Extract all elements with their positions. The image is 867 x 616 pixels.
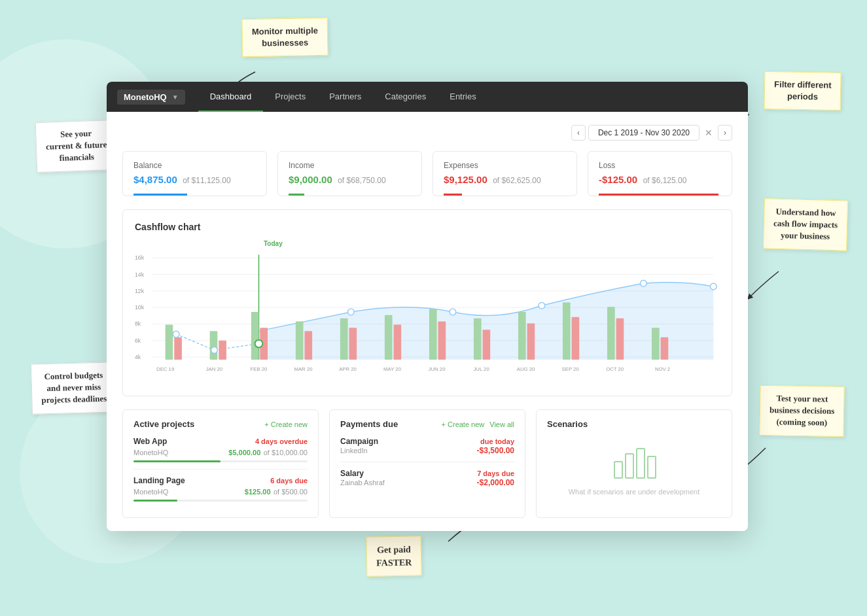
payment-sub-campaign: LinkedIn <box>340 447 368 454</box>
svg-rect-15 <box>166 324 173 359</box>
svg-point-39 <box>173 331 179 337</box>
nav-tab-entries[interactable]: Entries <box>438 82 487 112</box>
project-company-landing: MonetoHQ <box>133 488 168 496</box>
project-item-webapp: Web App 4 days overdue MonetoHQ $5,000.0… <box>133 437 308 470</box>
project-amount-landing: $125.00 <box>245 488 271 496</box>
svg-rect-22 <box>304 331 312 360</box>
scenarios-header: Scenarios <box>547 419 721 429</box>
scenarios-icon-area <box>547 442 721 481</box>
project-status-webapp: 4 days overdue <box>255 437 308 445</box>
svg-text:JAN 20: JAN 20 <box>206 366 223 372</box>
project-name-webapp: Web App <box>133 437 167 446</box>
balance-bar <box>133 194 187 196</box>
loss-sub: of $6,125.00 <box>643 176 687 185</box>
svg-text:12k: 12k <box>135 288 145 294</box>
scenarios-card: Scenarios What if scenarios are under de… <box>536 409 732 518</box>
svg-rect-18 <box>219 341 226 360</box>
svg-text:SEP 20: SEP 20 <box>562 366 580 372</box>
svg-point-43 <box>450 309 456 315</box>
project-company-webapp: MonetoHQ <box>133 449 168 456</box>
stat-card-balance: Balance $4,875.00 of $11,125.00 <box>122 151 267 196</box>
svg-point-44 <box>539 302 545 309</box>
date-clear-btn[interactable]: ✕ <box>702 128 715 138</box>
project-progress-bg-landing <box>133 500 308 502</box>
nav-tab-partners[interactable]: Partners <box>317 82 373 112</box>
svg-rect-30 <box>483 330 491 360</box>
svg-text:DEC 19: DEC 19 <box>156 366 174 372</box>
active-projects-title: Active projects <box>133 419 194 429</box>
loss-title: Loss <box>599 161 721 170</box>
expenses-sub: of $62,625.00 <box>493 176 540 185</box>
svg-rect-35 <box>607 307 615 360</box>
svg-text:JUL 20: JUL 20 <box>473 366 489 372</box>
svg-text:6k: 6k <box>135 337 141 344</box>
expenses-title: Expenses <box>444 161 566 170</box>
income-title: Income <box>289 161 411 170</box>
annotation-test-decisions: Test your next business decisions (comin… <box>759 385 845 437</box>
chart-container: Today 16k 14k 12k 10k 8k 6k 4k <box>135 240 720 384</box>
nav-tab-dashboard[interactable]: Dashboard <box>198 82 264 112</box>
svg-rect-16 <box>174 337 182 360</box>
create-project-btn[interactable]: + Create new <box>264 420 308 428</box>
svg-point-42 <box>348 309 355 315</box>
svg-rect-17 <box>210 331 218 360</box>
chart-section: Cashflow chart Today 16k 14k 12k 10k 8k … <box>122 209 732 396</box>
view-all-payments-btn[interactable]: View all <box>489 420 514 428</box>
payment-status-salary: 7 days due <box>477 470 514 477</box>
arrow-cashflow <box>743 268 782 301</box>
payment-item-campaign: Campaign due today LinkedIn -$3,500.00 <box>340 437 514 462</box>
project-amount-webapp: $5,000.00 <box>228 449 260 456</box>
svg-text:MAY 20: MAY 20 <box>383 366 402 372</box>
balance-main: $4,875.00 <box>133 174 177 185</box>
payment-item-salary: Salary 7 days due Zainab Ashraf -$2,000.… <box>340 469 514 494</box>
svg-text:JUN 20: JUN 20 <box>429 366 446 372</box>
payment-amount-salary: -$2,000.00 <box>477 478 514 487</box>
nav-tab-projects[interactable]: Projects <box>263 82 317 112</box>
annotation-monitor-multiple: Monitor multiple businesses <box>242 18 328 58</box>
stat-cards: Balance $4,875.00 of $11,125.00 Income $… <box>122 151 732 196</box>
create-payment-btn[interactable]: + Create new <box>442 420 485 428</box>
date-prev-btn[interactable]: ‹ <box>571 125 586 141</box>
svg-rect-28 <box>438 322 446 360</box>
stat-card-loss: Loss -$125.00 of $6,125.00 <box>588 151 732 196</box>
payments-due-card: Payments due + Create new View all Campa… <box>329 409 525 518</box>
svg-text:NOV 2: NOV 2 <box>655 366 670 372</box>
nav-tab-categories[interactable]: Categories <box>373 82 438 112</box>
svg-rect-29 <box>474 318 482 360</box>
annotation-cashflow: Understand how cash flow impacts your bu… <box>763 198 848 250</box>
balance-title: Balance <box>133 161 256 170</box>
nav-bar: MonetoHQ ▼ Dashboard Projects Partners C… <box>107 82 748 112</box>
svg-point-46 <box>710 283 717 290</box>
active-projects-card: Active projects + Create new Web App 4 d… <box>122 409 319 518</box>
date-next-btn[interactable]: › <box>718 125 732 141</box>
income-sub: of $68,750.00 <box>338 176 385 185</box>
app-window: MonetoHQ ▼ Dashboard Projects Partners C… <box>107 82 748 531</box>
svg-text:APR 20: APR 20 <box>339 366 357 372</box>
svg-rect-33 <box>563 302 571 359</box>
scenarios-title: Scenarios <box>547 419 588 429</box>
annotation-filter-periods: Filter different periods <box>764 71 841 111</box>
date-range-display: Dec 1 2019 - Nov 30 2020 <box>588 125 699 141</box>
svg-text:8k: 8k <box>135 320 141 327</box>
svg-rect-32 <box>527 323 535 359</box>
svg-text:14k: 14k <box>135 271 145 278</box>
company-selector[interactable]: MonetoHQ ▼ <box>117 90 185 105</box>
date-filter-bar: ‹ Dec 1 2019 - Nov 30 2020 ✕ › <box>122 125 732 141</box>
project-name-landing: Landing Page <box>133 476 185 485</box>
project-total-landing: of $500.00 <box>274 488 308 496</box>
svg-rect-37 <box>652 328 660 360</box>
svg-rect-31 <box>518 312 526 360</box>
nav-tabs: Dashboard Projects Partners Categories E… <box>198 82 488 112</box>
svg-text:16k: 16k <box>135 254 145 261</box>
chart-title: Cashflow chart <box>135 222 720 232</box>
payment-status-campaign: due today <box>480 437 514 445</box>
svg-rect-36 <box>616 318 624 360</box>
payments-title: Payments due <box>340 419 398 429</box>
svg-rect-19 <box>251 312 259 360</box>
svg-text:MAR 20: MAR 20 <box>294 366 313 372</box>
cashflow-chart-svg: 16k 14k 12k 10k 8k 6k 4k <box>135 240 720 384</box>
loss-bar <box>599 194 718 196</box>
payments-header: Payments due + Create new View all <box>340 419 514 429</box>
project-total-webapp: of $10,000.00 <box>264 449 308 456</box>
annotation-get-paid: Get paid FASTER <box>366 536 421 577</box>
